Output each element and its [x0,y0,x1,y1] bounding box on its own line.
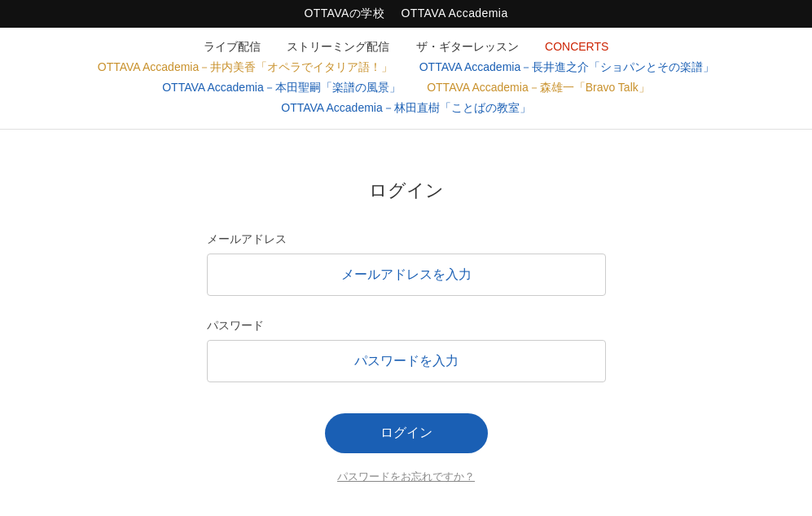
nav-link-hayashida[interactable]: OTTAVA Accademia－林田直樹「ことばの教室」 [281,101,531,114]
forgot-password-link[interactable]: パスワードをお忘れですか？ [337,470,475,484]
password-input[interactable] [207,340,606,382]
nav-row-4: OTTAVA Accademia－林田直樹「ことばの教室」 [16,100,796,116]
nav-row-3: OTTAVA Accademia－本田聖嗣「楽譜の風景」 OTTAVA Acca… [16,80,796,95]
nav-link-inouchi[interactable]: OTTAVA Accademia－井内美香「オペラでイタリア語！」 [98,60,393,73]
nav-link-concerts[interactable]: CONCERTS [545,40,608,53]
nav-link-honda[interactable]: OTTAVA Accademia－本田聖嗣「楽譜の風景」 [162,81,401,94]
nav-link-nagai[interactable]: OTTAVA Accademia－長井進之介「ショパンとその楽譜」 [419,60,715,73]
top-bar-title1: OTTAVAの学校 [304,7,384,20]
nav-link-streaming[interactable]: ストリーミング配信 [287,40,389,53]
top-bar: OTTAVAの学校 OTTAVA Accademia [0,0,812,28]
email-input[interactable] [207,254,606,296]
navigation: ライブ配信 ストリーミング配信 ザ・ギターレッスン CONCERTS OTTAV… [0,28,812,130]
email-group: メールアドレス [207,232,606,296]
password-group: パスワード [207,319,606,382]
nav-link-guitar[interactable]: ザ・ギターレッスン [416,40,519,53]
password-label: パスワード [207,319,606,333]
top-bar-title2: OTTAVA Accademia [401,7,507,20]
nav-row-1: ライブ配信 ストリーミング配信 ザ・ギターレッスン CONCERTS [16,39,796,55]
nav-link-mori[interactable]: OTTAVA Accademia－森雄一「Bravo Talk」 [427,81,650,94]
nav-link-live[interactable]: ライブ配信 [204,40,261,53]
nav-row-2: OTTAVA Accademia－井内美香「オペラでイタリア語！」 OTTAVA… [16,60,796,75]
login-title: ログイン [369,179,444,203]
email-label: メールアドレス [207,232,606,247]
login-button[interactable]: ログイン [325,413,488,453]
main-content: ログイン メールアドレス パスワード ログイン パスワードをお忘れですか？ [0,130,812,484]
